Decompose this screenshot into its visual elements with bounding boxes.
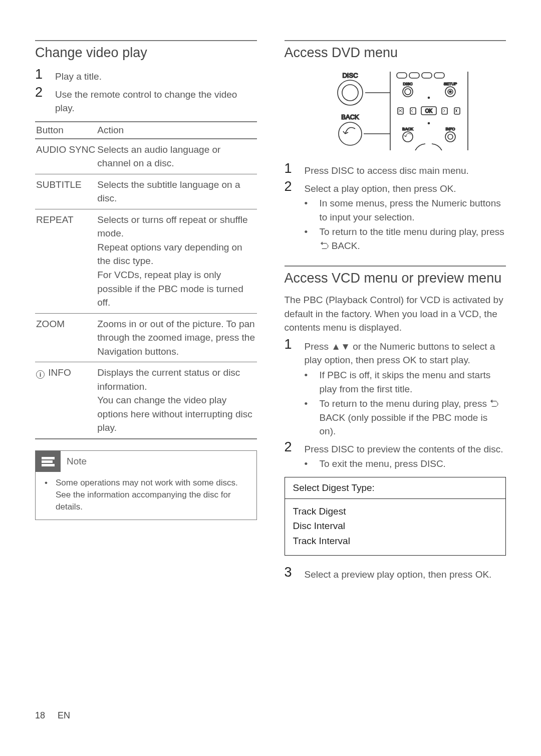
cell-button-text: INFO bbox=[48, 367, 71, 378]
svg-rect-9 bbox=[397, 73, 407, 78]
svg-point-2 bbox=[342, 85, 358, 101]
step-text: Press DISC to access disc main menu. bbox=[305, 162, 506, 178]
steps-list: 1 Press ▲▼ or the Numeric buttons to sel… bbox=[285, 338, 506, 471]
step-text: Select a play option, then press OK. •In… bbox=[305, 180, 506, 253]
svg-point-18 bbox=[449, 91, 451, 93]
svg-point-28 bbox=[403, 132, 413, 142]
cell-button: REPEAT bbox=[35, 209, 96, 313]
svg-rect-25 bbox=[454, 108, 460, 114]
page-lang: EN bbox=[58, 710, 70, 720]
step-number: 1 bbox=[285, 162, 305, 175]
divider bbox=[285, 266, 506, 267]
note-label: Note bbox=[67, 456, 87, 467]
svg-point-30 bbox=[445, 132, 455, 142]
digest-menu-box: Select Digest Type: Track Digest Disc In… bbox=[285, 477, 506, 556]
svg-point-4 bbox=[339, 122, 362, 145]
step-text: Press DISC to preview the contents of th… bbox=[305, 440, 506, 471]
step-text: Use the remote control to change the vid… bbox=[55, 86, 257, 115]
cell-button: i INFO bbox=[35, 362, 96, 439]
step-number: 3 bbox=[285, 566, 305, 579]
cell-button: SUBTITLE bbox=[35, 174, 96, 209]
step-number: 2 bbox=[35, 86, 55, 99]
svg-text:BACK: BACK bbox=[341, 113, 359, 121]
svg-text:OK: OK bbox=[425, 108, 433, 114]
th-button: Button bbox=[35, 122, 96, 139]
cell-action: Displays the current status or disc info… bbox=[96, 362, 256, 439]
svg-point-26 bbox=[428, 123, 429, 124]
cell-action: Selects the subtitle language on a disc. bbox=[96, 174, 256, 209]
svg-text:SETUP: SETUP bbox=[443, 82, 457, 86]
svg-point-1 bbox=[338, 80, 363, 105]
note-item: • Some operations may not work with some… bbox=[45, 477, 249, 513]
button-action-table: Button Action AUDIO SYNC Selects an audi… bbox=[35, 121, 257, 439]
cell-action: Zooms in or out of the picture. To pan t… bbox=[96, 313, 256, 362]
left-column: Change video play 1 Play a title. 2 Use … bbox=[35, 40, 257, 588]
svg-point-14 bbox=[403, 87, 413, 97]
page-footer: 18 EN bbox=[35, 710, 70, 721]
steps-list: 1 Play a title. 2 Use the remote control… bbox=[35, 68, 257, 115]
digest-title: Select Digest Type: bbox=[285, 477, 506, 499]
svg-rect-10 bbox=[409, 73, 419, 78]
page-number: 18 bbox=[35, 710, 45, 720]
cell-action: Selects or turns off repeat or shuffle m… bbox=[96, 209, 256, 313]
svg-text:DISC: DISC bbox=[342, 72, 358, 79]
digest-item: Track Digest bbox=[293, 504, 498, 519]
svg-text:INFO: INFO bbox=[445, 127, 455, 131]
step-number: 2 bbox=[285, 180, 305, 193]
step-number: 1 bbox=[285, 338, 305, 351]
steps-list: 1 Press DISC to access disc main menu. 2… bbox=[285, 162, 506, 253]
table-row: ZOOM Zooms in or out of the picture. To … bbox=[35, 313, 257, 362]
table-row: AUDIO SYNC Selects an audio language or … bbox=[35, 139, 257, 174]
digest-item: Track Interval bbox=[293, 534, 498, 548]
step-number: 1 bbox=[35, 68, 55, 81]
svg-text:DISC: DISC bbox=[403, 82, 412, 86]
cell-button: ZOOM bbox=[35, 313, 96, 362]
info-icon: i bbox=[36, 370, 45, 379]
svg-rect-23 bbox=[410, 108, 416, 114]
section-title: Access VCD menu or preview menu bbox=[285, 271, 506, 286]
divider bbox=[285, 40, 506, 41]
cell-action: Selects an audio language or channel on … bbox=[96, 139, 256, 174]
table-row: i INFO Displays the current status or di… bbox=[35, 362, 257, 439]
svg-rect-11 bbox=[422, 73, 432, 78]
note-box: Note • Some operations may not work with… bbox=[35, 450, 257, 520]
divider bbox=[35, 40, 257, 41]
note-icon bbox=[36, 451, 61, 472]
svg-point-31 bbox=[448, 134, 453, 139]
section-title: Change video play bbox=[35, 45, 257, 61]
table-row: REPEAT Selects or turns off repeat or sh… bbox=[35, 209, 257, 313]
th-action: Action bbox=[96, 122, 256, 139]
step-text: Select a preview play option, then press… bbox=[305, 566, 506, 582]
step-text: Press ▲▼ or the Numeric buttons to selec… bbox=[305, 338, 506, 438]
cell-button: AUDIO SYNC bbox=[35, 139, 96, 174]
svg-point-19 bbox=[428, 97, 429, 99]
svg-text:BACK: BACK bbox=[402, 127, 413, 131]
table-row: SUBTITLE Selects the subtitle language o… bbox=[35, 174, 257, 209]
steps-list: 3 Select a preview play option, then pre… bbox=[285, 566, 506, 582]
step-number: 2 bbox=[285, 440, 305, 454]
step-text: Play a title. bbox=[55, 68, 257, 84]
remote-diagram: DISC BACK DISC bbox=[318, 68, 473, 153]
svg-rect-12 bbox=[434, 73, 444, 78]
digest-item: Disc Interval bbox=[293, 519, 498, 533]
section-title: Access DVD menu bbox=[285, 45, 506, 61]
right-column: Access DVD menu DISC BACK bbox=[285, 40, 506, 588]
intro-text: The PBC (Playback Control) for VCD is ac… bbox=[285, 293, 506, 335]
